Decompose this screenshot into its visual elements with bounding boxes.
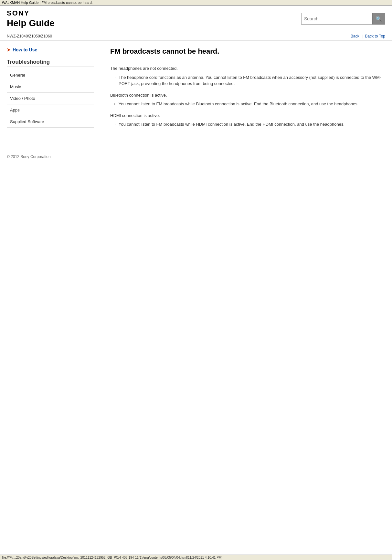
page-title: FM broadcasts cannot be heard. [110,47,382,59]
how-to-use-label: How to Use [13,47,37,52]
list-item: You cannot listen to FM broadcasts while… [113,121,382,128]
section-headphones-bullets: The headphone cord functions as an anten… [110,74,382,87]
sidebar-how-to-use[interactable]: ➤ How to Use [7,47,94,52]
sidebar-item-video-photo[interactable]: Video / Photo [7,93,94,104]
sidebar-link-video-photo[interactable]: Video / Photo [7,93,94,104]
help-guide-title: Help Guide [7,18,55,28]
back-link[interactable]: Back [351,34,359,38]
sub-header: NWZ-Z1040/Z1050/Z1060 Back | Back to Top [0,32,392,41]
header: SONY Help Guide 🔍 [0,6,392,32]
list-item: The headphone cord functions as an anten… [113,74,382,87]
section-bluetooth-intro: Bluetooth connection is active. [110,92,382,99]
sidebar-item-supplied-software[interactable]: Supplied Software [7,116,94,128]
nav-links: Back | Back to Top [351,34,385,38]
section-hdmi-intro: HDMI connection is active. [110,112,382,119]
sidebar-link-supplied-software[interactable]: Supplied Software [7,116,94,127]
device-model: NWZ-Z1040/Z1050/Z1060 [7,34,52,38]
section-hdmi-bullets: You cannot listen to FM broadcasts while… [110,121,382,128]
sidebar-link-apps[interactable]: Apps [7,104,94,116]
header-left: SONY Help Guide [7,9,55,28]
sidebar-link-general[interactable]: General [7,69,94,81]
search-icon: 🔍 [376,16,382,22]
sidebar: ➤ How to Use Troubleshooting General Mus… [0,41,101,148]
footer: © 2012 Sony Corporation [0,148,392,165]
sidebar-link-music[interactable]: Music [7,81,94,92]
section-hdmi: HDMI connection is active. You cannot li… [110,112,382,128]
page-wrapper: SONY Help Guide 🔍 NWZ-Z1040/Z1050/Z1060 … [0,5,392,555]
section-headphones: The headphones are not connected. The he… [110,65,382,87]
header-right: 🔍 [301,13,385,25]
sidebar-nav: General Music Video / Photo Apps Supplie… [7,69,94,128]
chevron-right-icon: ➤ [7,47,11,52]
list-item: You cannot listen to FM broadcasts while… [113,101,382,107]
section-headphones-intro: The headphones are not connected. [110,65,382,72]
browser-title-bar: WALKMAN Help Guide | FM broadcasts canno… [0,0,392,5]
sidebar-item-apps[interactable]: Apps [7,104,94,116]
nav-separator: | [362,34,363,38]
content-area: ➤ How to Use Troubleshooting General Mus… [0,41,392,148]
main-content: FM broadcasts cannot be heard. The headp… [101,41,392,148]
content-divider [110,133,382,133]
section-bluetooth: Bluetooth connection is active. You cann… [110,92,382,107]
copyright-text: © 2012 Sony Corporation [7,154,51,159]
back-to-top-link[interactable]: Back to Top [365,34,385,38]
sidebar-item-music[interactable]: Music [7,81,94,93]
sidebar-item-general[interactable]: General [7,69,94,81]
section-bluetooth-bullets: You cannot listen to FM broadcasts while… [110,101,382,107]
search-input[interactable] [301,13,372,25]
browser-title-text: WALKMAN Help Guide | FM broadcasts canno… [2,1,93,5]
sony-logo: SONY [7,9,55,17]
troubleshooting-heading: Troubleshooting [7,59,94,67]
search-button[interactable]: 🔍 [372,13,385,25]
